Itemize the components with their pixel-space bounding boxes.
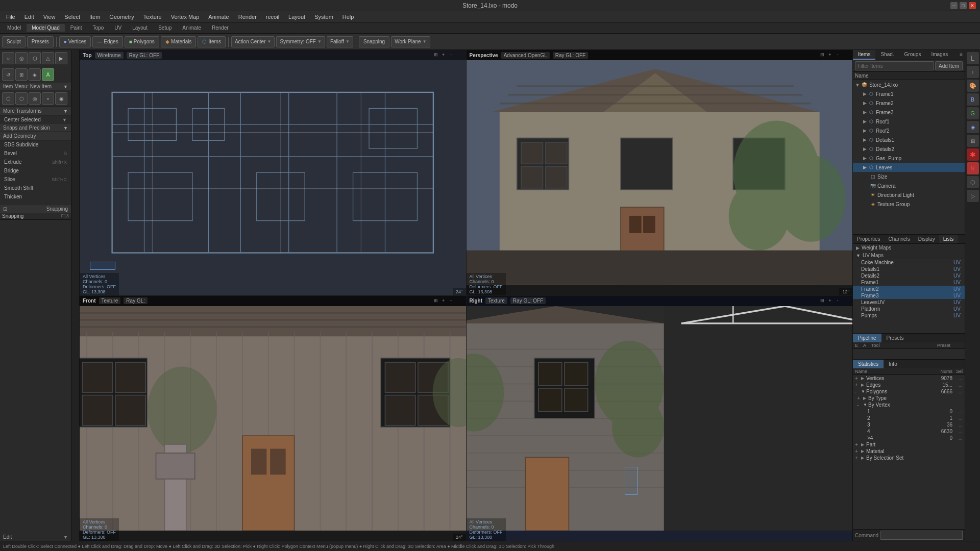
- stats-by-vertex-row[interactable]: - ▼ By Vertex: [853, 402, 965, 408]
- stats-2vert-row[interactable]: 2 1 ...: [853, 415, 965, 421]
- snaps-header[interactable]: Snaps and Precision ▼: [0, 124, 71, 132]
- bridge-button[interactable]: Bridge: [0, 166, 71, 175]
- sds-subdivide-button[interactable]: SDS Subdivide: [0, 140, 71, 149]
- item-store14[interactable]: ▼ 📦 Store_14.lxo: [853, 80, 965, 89]
- vp-right-zoom-out-icon[interactable]: -: [834, 297, 841, 304]
- item-icon-4[interactable]: ▪: [42, 92, 54, 105]
- sculpt-button[interactable]: Sculpt: [2, 36, 26, 47]
- item-size[interactable]: ◫ Size: [853, 172, 965, 181]
- uv-details1[interactable]: Details1 UV: [853, 266, 965, 272]
- vp-persp-maximize-icon[interactable]: ⊞: [819, 51, 826, 58]
- viewport-perspective[interactable]: Perspective Advanced OpenGL Ray GL: OFF …: [467, 50, 853, 295]
- viewport-right[interactable]: Right Texture Ray GL: OFF ⊞ + -: [467, 296, 853, 541]
- extrude-button[interactable]: Extrude Shift+X: [0, 158, 71, 166]
- tab-items[interactable]: Items: [853, 50, 875, 60]
- menu-item-animate[interactable]: Animate: [204, 13, 233, 21]
- tab-shad[interactable]: Shad.: [875, 50, 899, 60]
- item-roof2[interactable]: ▶ ⬡ Roof2: [853, 126, 965, 135]
- tool-icon-2[interactable]: ◎: [15, 52, 28, 64]
- stats-material-row[interactable]: + ▶ Material: [853, 448, 965, 455]
- add-geometry-header[interactable]: Add Geometry: [0, 132, 71, 140]
- menu-item-item[interactable]: Item: [85, 13, 104, 21]
- falloff-dropdown[interactable]: Falloff ▼: [327, 36, 353, 47]
- tab-info[interactable]: Info: [884, 360, 902, 368]
- stats-selection-set-row[interactable]: + ▶ By Selection Set: [853, 455, 965, 461]
- polygons-button[interactable]: ■ Polygons: [125, 36, 159, 47]
- vp-persp-zoom-in-icon[interactable]: +: [826, 51, 834, 58]
- center-selected-button[interactable]: Center Selected ▼: [0, 115, 71, 124]
- menu-item-help[interactable]: Help: [338, 13, 358, 21]
- action-center-dropdown[interactable]: Action Center ▼: [231, 36, 275, 47]
- vp-right-zoom-in-icon[interactable]: +: [826, 297, 834, 304]
- menu-item-file[interactable]: File: [2, 13, 19, 21]
- materials-button[interactable]: ◆ Materials: [161, 36, 197, 47]
- edges-button[interactable]: — Edges: [92, 36, 122, 47]
- tool-icon-4[interactable]: △: [42, 52, 54, 64]
- tab-presets[interactable]: Presets: [881, 334, 909, 342]
- uv-maps-header[interactable]: ▼ UV Maps: [853, 252, 965, 259]
- menu-item-view[interactable]: View: [39, 13, 60, 21]
- side-icon-5[interactable]: G: [967, 107, 979, 119]
- uv-frame2[interactable]: Frame2 UV: [853, 286, 965, 292]
- stats-4vert-row[interactable]: 4 6630 ...: [853, 428, 965, 435]
- weight-maps-header[interactable]: ▶ Weight Maps: [853, 244, 965, 252]
- side-icon-4[interactable]: B: [967, 93, 979, 106]
- item-icon-5[interactable]: ◉: [55, 92, 67, 105]
- menu-item-texture[interactable]: Texture: [139, 13, 166, 21]
- tabbar-item-layout[interactable]: Layout: [127, 24, 153, 32]
- side-icon-red[interactable]: ✱: [967, 148, 979, 161]
- menu-item-recoil[interactable]: recoil: [262, 13, 283, 21]
- item-roof1[interactable]: ▶ ⬡ Roof1: [853, 117, 965, 126]
- filter-items-input[interactable]: [855, 61, 934, 70]
- vp-persp-zoom-out-icon[interactable]: -: [834, 51, 841, 58]
- symmetry-dropdown[interactable]: Symmetry: OFF ▼: [276, 36, 325, 47]
- vertices-button[interactable]: ● Vertices: [59, 36, 91, 47]
- stats-by-type-row[interactable]: + ▶ By Type: [853, 395, 965, 402]
- tool-icon-3[interactable]: ⬡: [29, 52, 41, 64]
- tabbar-item-model-quad[interactable]: Model Quad: [27, 24, 64, 32]
- transforms-header[interactable]: More Transforms ▼: [0, 107, 71, 115]
- item-gas-pump[interactable]: ▶ ⬡ Gas_Pump: [853, 154, 965, 163]
- items-button[interactable]: ⬡ Items: [198, 36, 225, 47]
- vp-maximize-icon[interactable]: ⊞: [432, 51, 439, 58]
- tab-properties[interactable]: Properties: [853, 235, 885, 243]
- tab-display[interactable]: Display: [914, 235, 939, 243]
- stats-edges-row[interactable]: + ▶ Edges 15... ...: [853, 382, 965, 388]
- presets-button[interactable]: Presets: [27, 36, 54, 47]
- stats-polygons-row[interactable]: - ▼ Polygons 6666 ...: [853, 388, 965, 395]
- vp-front-zoom-in-icon[interactable]: +: [440, 297, 447, 304]
- smooth-shift-button[interactable]: Smooth Shift: [0, 184, 71, 192]
- vp-zoom-in-icon[interactable]: +: [440, 51, 447, 58]
- item-icon-3[interactable]: ◎: [29, 92, 41, 105]
- tab-channels[interactable]: Channels: [885, 235, 914, 243]
- stats-part-row[interactable]: + ▶ Part: [853, 441, 965, 448]
- work-plane-dropdown[interactable]: Work Plane ▼: [391, 36, 430, 47]
- uv-platform[interactable]: Platform UV: [853, 306, 965, 312]
- item-frame1[interactable]: ▶ ⬡ Frame1: [853, 89, 965, 98]
- tool-icon-1[interactable]: ○: [2, 52, 14, 64]
- uv-details2[interactable]: Details2 UV: [853, 272, 965, 279]
- stats-1vert-row[interactable]: 1 0 ...: [853, 408, 965, 415]
- snapping-bottom-header[interactable]: ⊡ Snapping: [0, 205, 71, 213]
- item-camera[interactable]: 📷 Camera: [853, 181, 965, 190]
- side-icon-9[interactable]: ⬡: [967, 176, 979, 188]
- tab-groups[interactable]: Groups: [899, 50, 926, 60]
- menu-item-geometry[interactable]: Geometry: [105, 13, 138, 21]
- item-leaves[interactable]: ▶ ⬡ Leaves: [853, 163, 965, 172]
- vp-zoom-out-icon[interactable]: -: [448, 51, 455, 58]
- tool-icon-7[interactable]: ⊞: [15, 68, 28, 81]
- vp-right-maximize-icon[interactable]: ⊞: [819, 297, 826, 304]
- menu-item-vertex map[interactable]: Vertex Map: [167, 13, 204, 21]
- stats-vertices-row[interactable]: + ▶ Vertices 9078 ...: [853, 375, 965, 382]
- tabbar-item-setup[interactable]: Setup: [153, 24, 177, 32]
- side-icon-8[interactable]: N: [967, 162, 979, 174]
- item-icon-2[interactable]: ⬡: [15, 92, 28, 105]
- stats-more4vert-row[interactable]: >4 0 ...: [853, 435, 965, 441]
- tab-statistics[interactable]: Statistics: [853, 360, 884, 368]
- slice-button[interactable]: Slice Shift+C: [0, 175, 71, 184]
- uv-coke-machine[interactable]: Coke Machine UV: [853, 259, 965, 266]
- tool-icon-5[interactable]: ▶: [55, 52, 67, 64]
- tabbar-item-topo[interactable]: Topo: [88, 24, 109, 32]
- thicken-button[interactable]: Thicken: [0, 192, 71, 201]
- item-frame2[interactable]: ▶ ⬡ Frame2: [853, 98, 965, 108]
